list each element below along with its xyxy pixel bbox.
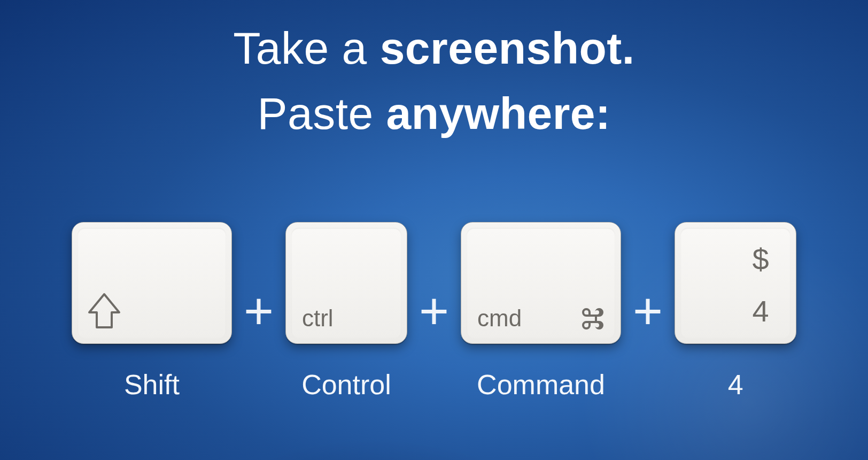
key-group-shift: Shift [72, 222, 232, 401]
plus-separator: + [418, 250, 450, 372]
headline: Take a screenshot. Paste anywhere: [0, 16, 868, 147]
keycap-control: ctrl [285, 222, 407, 344]
headline-line-2: Paste anywhere: [0, 81, 868, 147]
key-label-command: Command [477, 369, 605, 401]
keycap-four: $ 4 [675, 222, 796, 344]
headline-line1-bold: screenshot. [380, 23, 635, 73]
key-group-four: $ 4 4 [675, 222, 796, 401]
headline-line2-bold: anywhere: [386, 88, 611, 139]
headline-line1-prefix: Take a [233, 23, 379, 73]
key-label-shift: Shift [124, 369, 180, 401]
key-label-four: 4 [728, 369, 743, 401]
shift-arrow-icon [86, 292, 122, 333]
keycap-four-secondary: $ [753, 242, 769, 277]
keycap-control-text: ctrl [302, 305, 334, 332]
key-group-command: cmd Command [461, 222, 621, 401]
key-label-control: Control [301, 369, 391, 401]
keycap-shift [72, 222, 232, 344]
shortcut-row: Shift + ctrl Control + cmd Command + $ 4 [21, 222, 847, 401]
keycap-command-text: cmd [477, 305, 522, 332]
command-icon [579, 306, 604, 332]
keycap-command: cmd [461, 222, 621, 344]
key-group-control: ctrl Control [285, 222, 407, 401]
headline-line2-prefix: Paste [257, 88, 386, 139]
plus-separator: + [632, 250, 664, 372]
headline-line-1: Take a screenshot. [0, 16, 868, 81]
keycap-four-primary: 4 [753, 294, 769, 328]
plus-separator: + [243, 250, 275, 372]
